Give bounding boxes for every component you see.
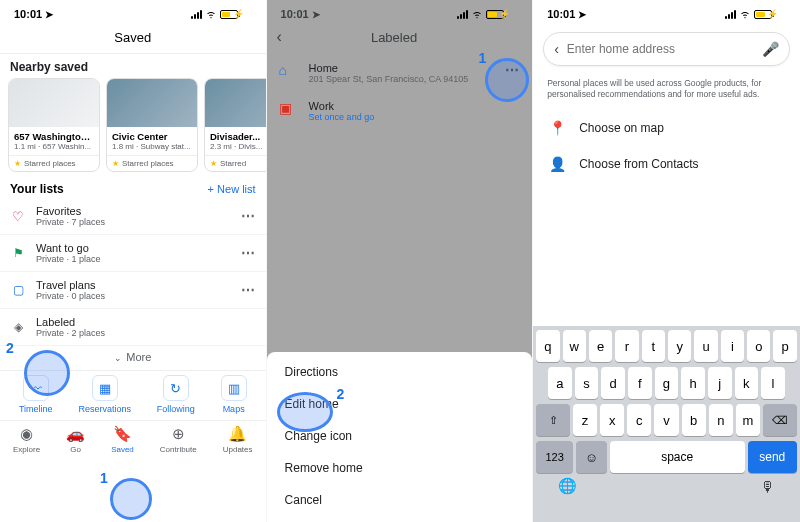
key-e[interactable]: e (589, 330, 612, 362)
key-z[interactable]: z (573, 404, 597, 436)
quick-actions: 〰Timeline ▦Reservations ↻Following ▥Maps (0, 370, 266, 420)
key-numbers[interactable]: 123 (536, 441, 573, 473)
list-title: Labeled (36, 316, 256, 328)
card-thumbnail (9, 79, 99, 127)
back-button[interactable]: ‹ (554, 41, 559, 57)
key-m[interactable]: m (736, 404, 760, 436)
sheet-change-icon[interactable]: Change icon (267, 420, 533, 452)
list-travel-plans[interactable]: ▢ Travel plansPrivate · 0 places ⋯ (0, 272, 266, 309)
signal-icon (191, 10, 202, 19)
key-send[interactable]: send (748, 441, 797, 473)
key-s[interactable]: s (575, 367, 599, 399)
star-icon: ★ (210, 159, 217, 168)
key-p[interactable]: p (773, 330, 796, 362)
more-label: More (126, 351, 151, 363)
nearby-card[interactable]: Divisader... 2.3 mi · Divis... ★Starred (204, 78, 266, 172)
key-d[interactable]: d (601, 367, 625, 399)
list-labeled[interactable]: ◈ LabeledPrivate · 2 places (0, 309, 266, 346)
mic-icon[interactable]: 🎙 (760, 478, 775, 495)
quick-reservations[interactable]: ▦Reservations (78, 375, 131, 414)
nearby-cards: 657 Washington... 1.1 mi · 657 Washin...… (0, 78, 266, 176)
list-favorites[interactable]: ♡ FavoritesPrivate · 7 places ⋯ (0, 198, 266, 235)
keyboard-row-1: q w e r t y u i o p (536, 330, 797, 362)
page-title: Labeled (267, 30, 523, 45)
new-list-button[interactable]: + New list (208, 183, 256, 195)
quick-label: Maps (223, 404, 245, 414)
more-lists-button[interactable]: ⌄More (0, 346, 266, 370)
quick-maps[interactable]: ▥Maps (221, 375, 247, 414)
list-sub: Private · 7 places (36, 217, 231, 227)
choose-from-contacts[interactable]: 👤 Choose from Contacts (533, 146, 800, 182)
key-t[interactable]: t (642, 330, 665, 362)
timeline-icon: 〰 (23, 375, 49, 401)
nearby-card[interactable]: Civic Center 1.8 mi · Subway stat... ★St… (106, 78, 198, 172)
sheet-remove-home[interactable]: Remove home (267, 452, 533, 484)
labeled-home[interactable]: ⌂ Home201 Spear St, San Francisco, CA 94… (267, 54, 533, 92)
key-q[interactable]: q (536, 330, 559, 362)
key-w[interactable]: w (563, 330, 586, 362)
star-icon: ★ (112, 159, 119, 168)
labeled-work[interactable]: ▣ WorkSet once and go (267, 92, 533, 130)
key-u[interactable]: u (694, 330, 717, 362)
wifi-icon (205, 10, 217, 19)
card-title: 657 Washington... (14, 131, 94, 142)
key-a[interactable]: a (548, 367, 572, 399)
home-more-button[interactable]: ⋯ (505, 62, 520, 78)
more-icon[interactable]: ⋯ (241, 208, 256, 224)
key-r[interactable]: r (615, 330, 638, 362)
card-title: Divisader... (210, 131, 266, 142)
work-sub: Set once and go (309, 112, 521, 122)
map-icon: ▥ (221, 375, 247, 401)
mic-icon[interactable]: 🎤 (762, 41, 779, 57)
more-icon[interactable]: ⋯ (241, 245, 256, 261)
key-y[interactable]: y (668, 330, 691, 362)
card-starred-label: Starred places (24, 159, 76, 168)
key-x[interactable]: x (600, 404, 624, 436)
nav-updates[interactable]: 🔔Updates (223, 425, 253, 460)
key-backspace[interactable]: ⌫ (763, 404, 797, 436)
screen-labeled: 10:01➤ ⚡ ‹ Labeled ⌂ Home201 Spear St, S… (267, 0, 534, 522)
key-b[interactable]: b (682, 404, 706, 436)
sheet-edit-home[interactable]: Edit home (267, 388, 533, 420)
nav-explore[interactable]: ◉Explore (13, 425, 40, 460)
key-emoji[interactable]: ☺ (576, 441, 607, 473)
nav-go[interactable]: 🚗Go (66, 425, 85, 460)
key-g[interactable]: g (655, 367, 679, 399)
quick-timeline[interactable]: 〰Timeline (19, 375, 53, 414)
key-k[interactable]: k (735, 367, 759, 399)
home-icon: ⌂ (279, 62, 297, 78)
key-shift[interactable]: ⇧ (536, 404, 570, 436)
globe-icon[interactable]: 🌐 (558, 477, 577, 495)
key-o[interactable]: o (747, 330, 770, 362)
page-title: Saved (0, 24, 266, 54)
key-i[interactable]: i (721, 330, 744, 362)
list-want-to-go[interactable]: ⚑ Want to goPrivate · 1 place ⋯ (0, 235, 266, 272)
address-input[interactable] (567, 42, 754, 56)
disclaimer-text: Personal places will be used across Goog… (533, 74, 800, 110)
key-j[interactable]: j (708, 367, 732, 399)
sheet-directions[interactable]: Directions (267, 356, 533, 388)
key-h[interactable]: h (681, 367, 705, 399)
nav-label: Contribute (160, 445, 197, 454)
quick-following[interactable]: ↻Following (157, 375, 195, 414)
more-icon[interactable]: ⋯ (241, 282, 256, 298)
star-icon: ★ (14, 159, 21, 168)
key-l[interactable]: l (761, 367, 785, 399)
sheet-cancel[interactable]: Cancel (267, 484, 533, 516)
nav-saved[interactable]: 🔖Saved (111, 425, 134, 460)
nearby-card[interactable]: 657 Washington... 1.1 mi · 657 Washin...… (8, 78, 100, 172)
key-n[interactable]: n (709, 404, 733, 436)
nav-label: Updates (223, 445, 253, 454)
bookmark-icon: 🔖 (113, 425, 132, 443)
person-icon: 👤 (549, 156, 565, 172)
key-f[interactable]: f (628, 367, 652, 399)
key-space[interactable]: space (610, 441, 745, 473)
card-sub: 1.1 mi · 657 Washin... (14, 142, 94, 151)
key-c[interactable]: c (627, 404, 651, 436)
list-title: Travel plans (36, 279, 231, 291)
quick-label: Timeline (19, 404, 53, 414)
nav-contribute[interactable]: ⊕Contribute (160, 425, 197, 460)
key-v[interactable]: v (654, 404, 678, 436)
address-search-bar[interactable]: ‹ 🎤 (543, 32, 790, 66)
choose-on-map[interactable]: 📍 Choose on map (533, 110, 800, 146)
